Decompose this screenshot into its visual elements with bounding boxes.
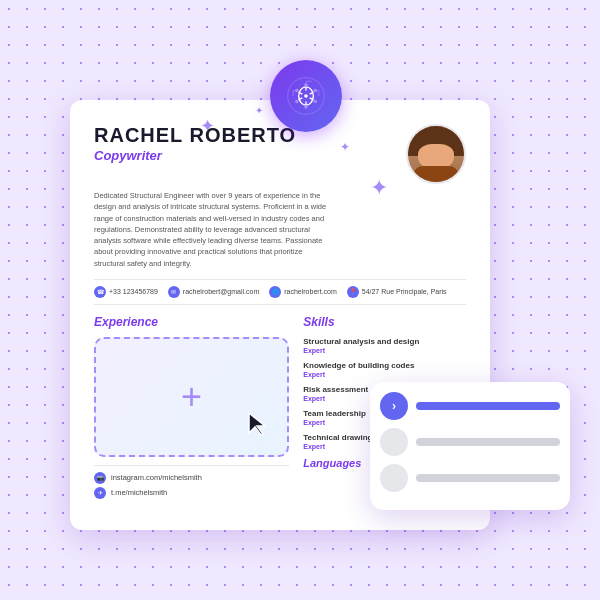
popup-card: ›: [370, 382, 570, 510]
chevron-right-icon: ›: [392, 399, 396, 413]
contact-email: ✉ rachelrobert@gmail.com: [168, 286, 259, 298]
sparkle-icon-1: ✦: [200, 115, 215, 137]
brain-circuit-icon: [270, 60, 342, 132]
popup-circle-inactive-2: [380, 464, 408, 492]
instagram-icon: 📷: [94, 472, 106, 484]
popup-row-2: [380, 428, 560, 456]
popup-circle-active: ›: [380, 392, 408, 420]
skills-title: Skills: [303, 315, 466, 329]
resume-bio: Dedicated Structural Engineer with over …: [94, 190, 334, 269]
resume-title: Copywriter: [94, 148, 296, 163]
telegram-icon: ✈: [94, 487, 106, 499]
popup-row-3: [380, 464, 560, 492]
svg-point-12: [295, 100, 299, 104]
email-icon: ✉: [168, 286, 180, 298]
popup-circle-inactive-1: [380, 428, 408, 456]
popup-line-inactive-1: [416, 438, 560, 446]
experience-title: Experience: [94, 315, 289, 329]
skill-item-2: Knowledge of building codes Expert: [303, 361, 466, 378]
contact-row: ☎ +33 123456789 ✉ rachelrobert@gmail.com…: [94, 279, 466, 305]
svg-point-1: [304, 94, 308, 98]
telegram-link: ✈ t.me/michelsmith: [94, 487, 289, 499]
instagram-handle: instagram.com/michelsmith: [111, 473, 202, 482]
svg-point-10: [313, 100, 317, 104]
sparkle-icon-2: ✦: [340, 140, 350, 154]
popup-line-active: [416, 402, 560, 410]
phone-icon: ☎: [94, 286, 106, 298]
resume-name: RACHEL ROBERTO: [94, 124, 296, 146]
sparkle-icon-3: ✦: [370, 175, 388, 201]
instagram-link: 📷 instagram.com/michelsmith: [94, 472, 289, 484]
contact-address: 📍 54/27 Rue Principale, Paris: [347, 286, 447, 298]
cursor-icon: [247, 411, 269, 437]
svg-point-11: [304, 105, 308, 109]
location-icon: 📍: [347, 286, 359, 298]
contact-website: 🌐 rachelrobert.com: [269, 286, 337, 298]
avatar-face: [408, 124, 464, 184]
telegram-handle: t.me/michelsmith: [111, 488, 167, 497]
experience-add-box[interactable]: +: [94, 337, 289, 457]
contact-phone: ☎ +33 123456789: [94, 286, 158, 298]
resume-name-block: RACHEL ROBERTO Copywriter: [94, 124, 296, 163]
add-experience-icon: +: [181, 379, 202, 415]
skill-item-1: Structural analysis and design Expert: [303, 337, 466, 354]
sparkle-icon-4: ✦: [255, 105, 263, 116]
resume-header: RACHEL ROBERTO Copywriter: [94, 124, 466, 184]
popup-row-1: ›: [380, 392, 560, 420]
experience-column: Experience + 📷 instagram.com/michelsmith…: [94, 315, 289, 502]
avatar-body: [413, 166, 459, 184]
globe-icon: 🌐: [269, 286, 281, 298]
popup-line-inactive-2: [416, 474, 560, 482]
avatar: [406, 124, 466, 184]
social-section: 📷 instagram.com/michelsmith ✈ t.me/miche…: [94, 465, 289, 499]
